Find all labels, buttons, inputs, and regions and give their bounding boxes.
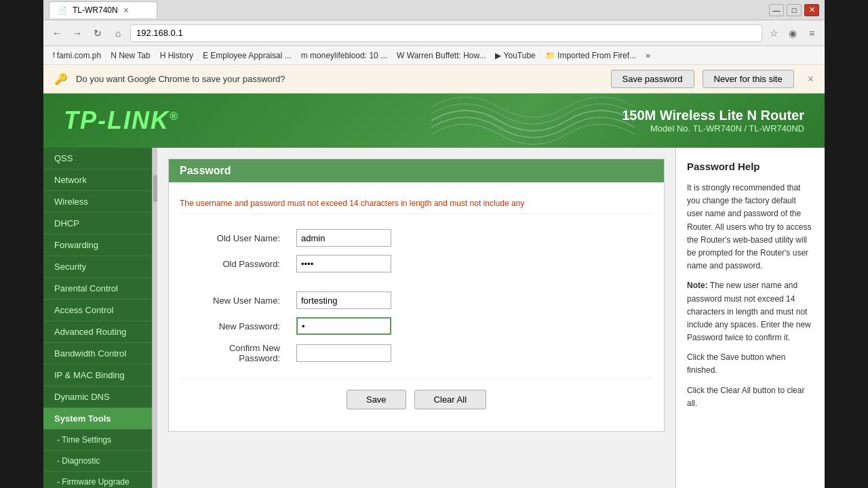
refresh-button[interactable]: ↻ bbox=[90, 25, 106, 41]
save-password-button[interactable]: Save password bbox=[611, 70, 694, 88]
never-for-site-button[interactable]: Never for this site bbox=[703, 70, 794, 88]
tab-title: TL-WR740N bbox=[73, 5, 118, 15]
model-number: Model No. TL-WR740N / TL-WR740ND bbox=[622, 123, 804, 134]
bookmark-label-youtube: ▶ YouTube bbox=[495, 51, 535, 60]
new-username-label: New User Name: bbox=[180, 287, 288, 313]
tplink-header: TP-LINK® 150M Wireless Lite N Router Mod… bbox=[43, 94, 825, 148]
clear-all-button[interactable]: Clear All bbox=[414, 390, 486, 409]
main-content: Password The username and password must … bbox=[157, 148, 675, 488]
sidebar-item-forwarding[interactable]: Forwarding bbox=[43, 235, 152, 256]
minimize-button[interactable]: — bbox=[769, 4, 784, 16]
old-username-label: Old User Name: bbox=[180, 225, 288, 251]
sidebar-scrollbar[interactable] bbox=[152, 148, 157, 488]
bookmark-label-imported: 📁 Imported From Firef... bbox=[545, 51, 636, 60]
bookmark-history[interactable]: H History bbox=[156, 49, 197, 62]
sidebar-item-access-control[interactable]: Access Control bbox=[43, 300, 152, 321]
tab-close-icon[interactable]: × bbox=[123, 5, 129, 16]
password-save-icon: 🔑 bbox=[54, 73, 68, 85]
password-section: Password The username and password must … bbox=[168, 159, 665, 432]
new-password-input[interactable] bbox=[296, 317, 391, 335]
old-password-input[interactable] bbox=[296, 255, 391, 272]
confirm-password-label: Confirm New Password: bbox=[180, 339, 288, 367]
new-password-label: New Password: bbox=[180, 313, 288, 339]
sidebar-item-bandwidth[interactable]: Bandwidth Control bbox=[43, 343, 152, 365]
confirm-password-input[interactable] bbox=[296, 344, 391, 362]
close-password-bar-button[interactable]: × bbox=[808, 73, 814, 85]
bookmark-label-employee: E Employee Appraisal ... bbox=[203, 51, 292, 60]
password-save-bar: 🔑 Do you want Google Chrome to save your… bbox=[43, 65, 825, 94]
bookmark-fami[interactable]: f fami.com.ph bbox=[49, 49, 105, 62]
sidebar-item-network[interactable]: Network bbox=[43, 169, 152, 191]
extensions-icon[interactable]: ◉ bbox=[785, 26, 800, 41]
sidebar-item-qss[interactable]: QSS bbox=[43, 148, 152, 169]
bookmark-label-fami: fami.com.ph bbox=[57, 51, 101, 60]
forward-button[interactable]: → bbox=[69, 25, 85, 41]
menu-icon[interactable]: ≡ bbox=[804, 26, 819, 41]
warning-text: The username and password must not excee… bbox=[180, 193, 653, 214]
help-paragraph1: It is strongly recommended that you chan… bbox=[687, 182, 814, 272]
bookmark-label-history: H History bbox=[160, 51, 193, 60]
note-label: Note: bbox=[687, 281, 708, 290]
close-button[interactable]: ✕ bbox=[804, 4, 819, 16]
bookmark-favicon-fami: f bbox=[53, 52, 55, 59]
help-title: Password Help bbox=[687, 159, 814, 175]
sidebar-item-system-tools[interactable]: System Tools bbox=[43, 408, 152, 430]
bookmark-label-newtab: N New Tab bbox=[111, 51, 150, 60]
sidebar: QSS Network Wireless DHCP Forwarding Sec… bbox=[43, 148, 152, 488]
old-password-label: Old Password: bbox=[180, 251, 288, 277]
home-button[interactable]: ⌂ bbox=[110, 25, 126, 41]
bookmark-label-warren: W Warren Buffett: How... bbox=[397, 51, 486, 60]
help-clear-instruction: Click the Clear All button to clear all. bbox=[687, 384, 814, 410]
help-save-instruction: Click the Save button when finished. bbox=[687, 351, 814, 377]
new-username-input[interactable] bbox=[296, 291, 391, 309]
help-panel: Password Help It is strongly recommended… bbox=[675, 148, 825, 488]
tplink-logo: TP-LINK® bbox=[64, 106, 179, 135]
sidebar-item-parental[interactable]: Parental Control bbox=[43, 278, 152, 300]
sidebar-item-advanced-routing[interactable]: Advanced Routing bbox=[43, 321, 152, 343]
sidebar-item-firmware[interactable]: - Firmware Upgrade bbox=[43, 472, 152, 488]
address-bar[interactable] bbox=[130, 24, 762, 42]
password-save-text: Do you want Google Chrome to save your p… bbox=[76, 74, 603, 84]
sidebar-item-diagnostic[interactable]: - Diagnostic bbox=[43, 451, 152, 472]
star-icon[interactable]: ☆ bbox=[766, 26, 781, 41]
old-username-input[interactable] bbox=[296, 229, 391, 247]
sidebar-item-security[interactable]: Security bbox=[43, 256, 152, 278]
save-button[interactable]: Save bbox=[347, 390, 406, 409]
bookmark-money[interactable]: m moneylifeblood: 10 ... bbox=[297, 49, 391, 62]
bookmark-more[interactable]: » bbox=[642, 49, 654, 62]
sidebar-item-time-settings[interactable]: - Time Settings bbox=[43, 430, 152, 451]
bookmarks-bar: f fami.com.ph N New Tab H History E Empl… bbox=[43, 46, 825, 65]
bookmark-youtube[interactable]: ▶ YouTube bbox=[491, 49, 539, 62]
tplink-model-info: 150M Wireless Lite N Router Model No. TL… bbox=[622, 108, 804, 134]
help-note: Note: The new user name and password mus… bbox=[687, 279, 814, 344]
sidebar-item-wireless[interactable]: Wireless bbox=[43, 191, 152, 213]
back-button[interactable]: ← bbox=[49, 25, 65, 41]
sidebar-item-dhcp[interactable]: DHCP bbox=[43, 213, 152, 235]
bookmark-label-money: m moneylifeblood: 10 ... bbox=[301, 51, 387, 60]
bookmark-newtab[interactable]: N New Tab bbox=[106, 49, 154, 62]
bookmark-imported[interactable]: 📁 Imported From Firef... bbox=[541, 49, 640, 62]
browser-tab[interactable]: 📄 TL-WR740N × bbox=[49, 1, 157, 18]
model-name: 150M Wireless Lite N Router bbox=[622, 108, 804, 123]
password-form-table: Old User Name: Old Password: bbox=[180, 225, 653, 367]
section-header: Password bbox=[169, 159, 664, 182]
sidebar-item-ip-mac[interactable]: IP & MAC Binding bbox=[43, 365, 152, 386]
maximize-button[interactable]: □ bbox=[787, 4, 802, 16]
header-wave-decoration bbox=[431, 94, 635, 148]
bookmark-employee[interactable]: E Employee Appraisal ... bbox=[199, 49, 296, 62]
sidebar-item-dynamic-dns[interactable]: Dynamic DNS bbox=[43, 386, 152, 408]
bookmark-warren[interactable]: W Warren Buffett: How... bbox=[393, 49, 490, 62]
tab-icon: 📄 bbox=[58, 6, 67, 15]
action-buttons: Save Clear All bbox=[180, 378, 653, 420]
